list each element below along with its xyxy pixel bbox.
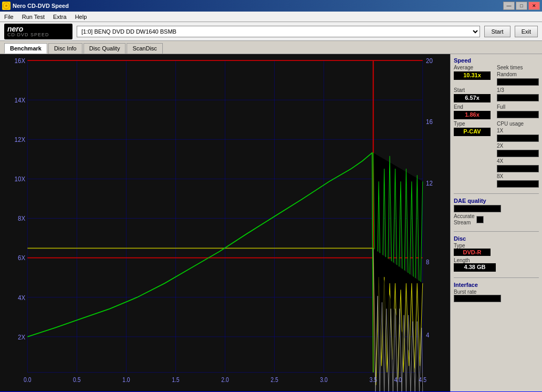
length-value: 4.38 GB xyxy=(454,263,496,272)
full-bar xyxy=(497,111,539,118)
svg-text:10X: 10X xyxy=(15,175,26,183)
dae-section: DAE quality Accurate Stream xyxy=(454,198,539,225)
tab-bar: Benchmark Disc Info Disc Quality ScanDis… xyxy=(0,41,542,54)
title-bar: Nero CD-DVD Speed — □ ✕ xyxy=(0,0,542,12)
burst-bar xyxy=(454,295,501,302)
svg-point-1 xyxy=(5,5,7,7)
dae-label: DAE quality xyxy=(454,198,539,204)
svg-text:1.0: 1.0 xyxy=(122,376,130,383)
cpu-8x: 8X xyxy=(497,173,539,179)
menu-file[interactable]: File xyxy=(0,13,18,21)
svg-text:2.5: 2.5 xyxy=(270,376,278,383)
maximize-button[interactable]: □ xyxy=(516,2,527,10)
close-button[interactable]: ✕ xyxy=(528,2,540,10)
seek-label: Seek times xyxy=(497,65,539,70)
svg-text:8: 8 xyxy=(426,258,429,266)
nero-brand: nero xyxy=(7,25,23,33)
type-label: Type xyxy=(454,121,494,127)
random-bar xyxy=(497,78,539,86)
accurate-stream-checkbox[interactable] xyxy=(476,216,484,223)
disc-type-label: Type xyxy=(454,243,539,249)
svg-text:4: 4 xyxy=(426,331,429,339)
minimize-button[interactable]: — xyxy=(503,2,515,10)
svg-text:3.0: 3.0 xyxy=(320,376,328,383)
cpu-4x-bar xyxy=(497,165,539,172)
end-value: 1.86x xyxy=(454,111,491,119)
svg-text:4.5: 4.5 xyxy=(419,376,426,383)
start-label: Start xyxy=(454,87,494,93)
svg-text:12X: 12X xyxy=(15,136,26,143)
svg-text:12: 12 xyxy=(426,179,433,187)
svg-text:4X: 4X xyxy=(18,294,26,302)
interface-label: Interface xyxy=(454,282,539,288)
svg-text:16: 16 xyxy=(426,118,433,126)
toolbar: nero CD·DVD SPEED [1:0] BENQ DVD DD DW16… xyxy=(0,22,542,41)
svg-text:20: 20 xyxy=(426,57,433,65)
svg-text:4.0: 4.0 xyxy=(394,376,402,383)
stream-label: Stream xyxy=(454,220,474,225)
accurate-label: Accurate xyxy=(454,213,474,219)
nero-logo: nero CD·DVD SPEED xyxy=(4,24,72,39)
accurate-stream-area: Accurate Stream xyxy=(454,213,539,225)
cpu-2x: 2X xyxy=(497,143,539,149)
svg-text:2X: 2X xyxy=(18,333,26,341)
end-label: End xyxy=(454,104,494,110)
cpu-2x-bar xyxy=(497,150,539,157)
one-third-bar xyxy=(497,94,539,101)
svg-text:0.0: 0.0 xyxy=(24,376,32,383)
cpu-label: CPU usage xyxy=(497,121,539,127)
svg-text:6X: 6X xyxy=(18,254,26,262)
cdspeed-brand: CD·DVD SPEED xyxy=(7,33,49,37)
menu-bar: File Run Test Extra Help xyxy=(0,12,542,22)
chart-area: 16X 14X 12X 10X 8X 6X 4X 2X 20 16 12 8 4… xyxy=(0,54,450,391)
start-value: 6.57x xyxy=(454,94,491,102)
dae-bar xyxy=(454,205,501,212)
svg-text:1.5: 1.5 xyxy=(172,376,180,383)
drive-select[interactable]: [1:0] BENQ DVD DD DW1640 BSMB xyxy=(77,26,480,37)
type-value: P-CAV xyxy=(454,128,491,136)
app-title: Nero CD-DVD Speed xyxy=(13,3,69,9)
svg-text:2.0: 2.0 xyxy=(221,376,229,383)
svg-text:8X: 8X xyxy=(18,215,26,223)
cpu-1x: 1X xyxy=(497,128,539,133)
menu-run-test[interactable]: Run Test xyxy=(18,13,49,21)
disc-type-value: DVD-R xyxy=(454,249,491,256)
cpu-4x: 4X xyxy=(497,158,539,164)
random-label: Random xyxy=(497,71,539,77)
svg-text:0.5: 0.5 xyxy=(73,376,81,383)
interface-section: Interface Burst rate xyxy=(454,282,539,302)
app-icon xyxy=(2,2,11,10)
svg-text:14X: 14X xyxy=(15,96,26,104)
burst-label: Burst rate xyxy=(454,289,539,295)
disc-section: Disc Type DVD-R Length 4.38 GB xyxy=(454,235,539,272)
exit-button[interactable]: Exit xyxy=(515,26,538,37)
one-third-label: 1/3 xyxy=(497,87,539,93)
svg-text:3.5: 3.5 xyxy=(369,376,377,383)
average-label: Average xyxy=(454,65,494,70)
tab-scandisc[interactable]: ScanDisc xyxy=(127,43,162,54)
tab-disc-info[interactable]: Disc Info xyxy=(48,43,82,54)
length-label: Length xyxy=(454,257,539,263)
svg-text:16X: 16X xyxy=(15,57,26,65)
disc-label: Disc xyxy=(454,235,539,242)
tab-disc-quality[interactable]: Disc Quality xyxy=(84,43,126,54)
cpu-section: CPU usage 1X 2X 4X 8X xyxy=(497,121,539,188)
cpu-8x-bar xyxy=(497,180,539,188)
main-content: 16X 14X 12X 10X 8X 6X 4X 2X 20 16 12 8 4… xyxy=(0,54,542,391)
window-controls[interactable]: — □ ✕ xyxy=(503,2,540,10)
speed-label: Speed xyxy=(454,57,539,64)
full-label: Full xyxy=(497,104,539,110)
start-button[interactable]: Start xyxy=(484,26,510,37)
menu-extra[interactable]: Extra xyxy=(49,13,71,21)
tab-benchmark[interactable]: Benchmark xyxy=(4,43,47,54)
speed-section: Speed Average 10.31x Seek times Random S… xyxy=(454,57,539,188)
cpu-1x-bar xyxy=(497,135,539,142)
average-value: 10.31x xyxy=(454,71,491,80)
menu-help[interactable]: Help xyxy=(71,13,91,21)
right-panel: Speed Average 10.31x Seek times Random S… xyxy=(450,54,542,391)
